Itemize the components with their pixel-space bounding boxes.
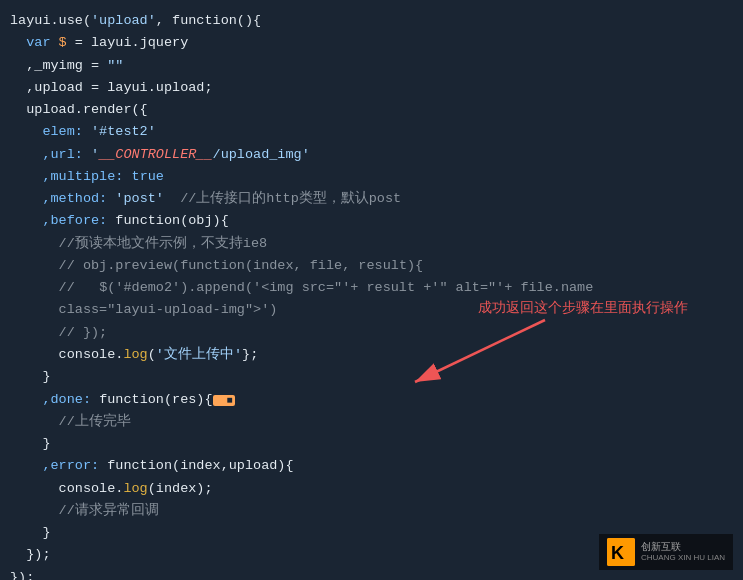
watermark-line2: CHUANG XIN HU LIAN <box>641 553 725 563</box>
svg-text:K: K <box>611 543 624 563</box>
code-line-19: //上传完毕 <box>10 411 743 433</box>
code-line-12: // obj.preview(function(index, file, res… <box>10 255 743 277</box>
watermark-logo: K <box>607 538 635 566</box>
code-line-6: elem: '#test2' <box>10 121 743 143</box>
code-line-4: ,upload = layui.upload; <box>10 77 743 99</box>
watermark-text: 创新互联 CHUANG XIN HU LIAN <box>641 540 725 563</box>
code-line-11: //预读本地文件示例，不支持ie8 <box>10 233 743 255</box>
code-line-7: ,url: '__CONTROLLER__/upload_img' <box>10 144 743 166</box>
code-line-17: } <box>10 366 743 388</box>
code-line-16: console.log('文件上传中'}; <box>10 344 743 366</box>
code-line-14: class="layui-upload-img">') <box>10 299 743 321</box>
code-line-10: ,before: function(obj){ <box>10 210 743 232</box>
code-line-5: upload.render({ <box>10 99 743 121</box>
code-editor: layui.use('upload', function(){ var $ = … <box>0 0 743 580</box>
watermark: K 创新互联 CHUANG XIN HU LIAN <box>599 534 733 570</box>
watermark-line1: 创新互联 <box>641 540 725 553</box>
code-line-13: // $('#demo2').append('<img src="'+ resu… <box>10 277 743 299</box>
code-line-1: layui.use('upload', function(){ <box>10 10 743 32</box>
code-line-8: ,multiple: true <box>10 166 743 188</box>
code-line-21: ,error: function(index,upload){ <box>10 455 743 477</box>
code-line-3: ,_myimg = "" <box>10 55 743 77</box>
code-line-2: var $ = layui.jquery <box>10 32 743 54</box>
code-line-20: } <box>10 433 743 455</box>
code-line-18: ,done: function(res){ ■ <box>10 389 743 411</box>
code-line-22: console.log(index); <box>10 478 743 500</box>
code-line-15: // }); <box>10 322 743 344</box>
code-line-23: //请求异常回调 <box>10 500 743 522</box>
code-line-9: ,method: 'post' //上传接口的http类型，默认post <box>10 188 743 210</box>
